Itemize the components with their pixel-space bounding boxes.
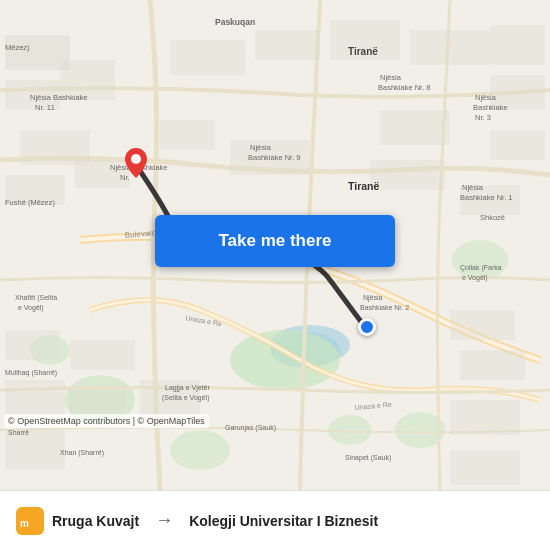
svg-point-3: [230, 330, 340, 390]
destination-pin: [358, 318, 376, 336]
svg-text:Bashkiake Nr. 2: Bashkiake Nr. 2: [360, 304, 409, 311]
svg-rect-22: [490, 130, 545, 160]
footer-bar: m Rruga Kuvajt → Kolegji Universitar I B…: [0, 490, 550, 550]
svg-point-8: [170, 430, 230, 470]
svg-text:e Vogël): e Vogël): [462, 274, 488, 282]
svg-rect-23: [380, 110, 450, 145]
footer-route-info: m Rruga Kuvajt → Kolegji Universitar I B…: [16, 507, 378, 535]
svg-text:Bashkiake Nr. 1: Bashkiake Nr. 1: [460, 193, 513, 202]
svg-text:Tiranë: Tiranë: [348, 46, 378, 57]
svg-text:Sharrë: Sharrë: [8, 429, 29, 436]
svg-rect-16: [170, 40, 245, 75]
svg-rect-29: [70, 340, 135, 370]
svg-text:Bashkiake: Bashkiake: [473, 103, 508, 112]
svg-text:Shkozë: Shkozë: [480, 213, 505, 222]
svg-rect-37: [450, 450, 520, 485]
svg-text:Sinapet (Sauk): Sinapet (Sauk): [345, 454, 391, 462]
svg-rect-27: [160, 120, 215, 150]
svg-text:Çollak (Farka: Çollak (Farka: [460, 264, 502, 272]
svg-rect-30: [5, 380, 65, 415]
svg-rect-36: [450, 400, 520, 435]
svg-text:Bashkiake Nr. 9: Bashkiake Nr. 9: [248, 153, 301, 162]
svg-text:Njësia Bashkiake: Njësia Bashkiake: [30, 93, 88, 102]
svg-text:m: m: [20, 518, 29, 529]
svg-text:Nr. 3: Nr. 3: [475, 113, 491, 122]
svg-rect-17: [255, 30, 320, 60]
take-me-there-button[interactable]: Take me there: [155, 215, 395, 267]
svg-point-73: [131, 154, 141, 164]
svg-rect-35: [460, 350, 525, 380]
svg-text:e Vogël): e Vogël): [18, 304, 44, 312]
svg-rect-19: [410, 30, 490, 65]
svg-text:Njësia: Njësia: [250, 143, 272, 152]
svg-text:Tiranë: Tiranë: [348, 180, 379, 192]
svg-text:(Selita e Vogël): (Selita e Vogël): [162, 394, 209, 402]
svg-text:Xhan (Sharrë): Xhan (Sharrë): [60, 449, 104, 457]
footer-destination-label: Kolegji Universitar I Biznesit: [189, 513, 378, 529]
svg-text:Bashkiake Nr. 8: Bashkiake Nr. 8: [378, 83, 431, 92]
svg-text:Njësia: Njësia: [475, 93, 497, 102]
moovit-logo: m: [16, 507, 44, 535]
svg-text:Lagjja e Vjetër: Lagjja e Vjetër: [165, 384, 210, 392]
svg-text:Paskuqan: Paskuqan: [215, 17, 255, 27]
footer-arrow-icon: →: [155, 510, 173, 531]
svg-text:Njësia: Njësia: [462, 183, 484, 192]
svg-text:Fushë (Mëzez): Fushë (Mëzez): [5, 198, 56, 207]
svg-text:Mëzez): Mëzez): [5, 43, 30, 52]
origin-pin: [125, 148, 147, 178]
svg-text:Xhafët (Selita: Xhafët (Selita: [15, 294, 57, 302]
svg-rect-20: [490, 25, 545, 65]
svg-text:Nr. 11: Nr. 11: [35, 103, 55, 112]
svg-rect-28: [5, 330, 60, 360]
svg-text:Mullhaq (Sharrë): Mullhaq (Sharrë): [5, 369, 57, 377]
svg-rect-24: [370, 160, 445, 190]
map-container: Bulevardi Bajrakt Unaza e Re Unaza e Re …: [0, 0, 550, 490]
map-attribution: © OpenStreetMap contributors | © OpenMap…: [4, 414, 209, 428]
svg-rect-34: [450, 310, 515, 340]
svg-text:Njësia: Njësia: [380, 73, 402, 82]
svg-text:Garunjas (Sauk): Garunjas (Sauk): [225, 424, 276, 432]
footer-origin-label: Rruga Kuvajt: [52, 513, 139, 529]
svg-rect-13: [20, 130, 90, 165]
svg-rect-33: [5, 430, 65, 470]
svg-point-9: [328, 415, 372, 445]
svg-text:Njësia: Njësia: [363, 294, 383, 302]
